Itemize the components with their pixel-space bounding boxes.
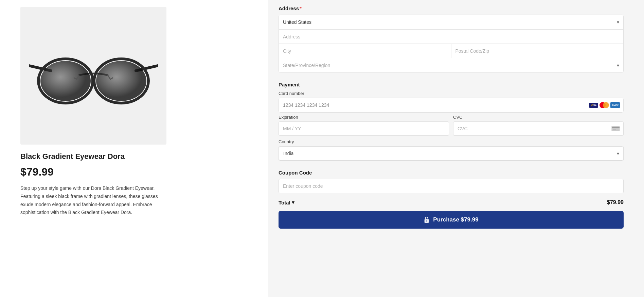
- total-chevron-icon[interactable]: ▾: [292, 199, 294, 205]
- city-zip-row: [279, 44, 623, 58]
- card-number-group: Card number VISA AMEX: [279, 91, 624, 113]
- svg-rect-6: [612, 126, 620, 131]
- product-price: $79.99: [20, 166, 54, 178]
- expiry-input[interactable]: [279, 121, 449, 136]
- address-section: Address* United States Canada United Kin…: [279, 3, 624, 73]
- total-amount: $79.99: [607, 199, 624, 205]
- cvc-group: CVC: [453, 115, 624, 136]
- right-panel: Address* United States Canada United Kin…: [268, 0, 644, 297]
- svg-point-10: [426, 220, 427, 221]
- payment-section: Payment Card number VISA: [279, 80, 624, 163]
- total-row: Total ▾ $79.99: [279, 199, 624, 205]
- card-block: VISA AMEX: [279, 98, 624, 113]
- cvc-card-icon: [611, 126, 620, 131]
- payment-label: Payment: [279, 82, 624, 87]
- state-select[interactable]: State/Province/Region California New Yor…: [279, 58, 623, 72]
- card-icons: VISA AMEX: [589, 102, 620, 108]
- zip-input[interactable]: [451, 44, 624, 58]
- product-name: Black Gradient Eyewear Dora: [20, 152, 125, 161]
- expiry-group: Expiration: [279, 115, 449, 136]
- product-image: [20, 7, 166, 145]
- required-star: *: [300, 5, 302, 11]
- expiry-cvc-row: Expiration CVC: [279, 115, 624, 136]
- country-select-wrapper: United States Canada United Kingdom Indi…: [279, 15, 623, 30]
- coupon-section: Coupon Code: [279, 168, 624, 193]
- payment-country-label: Country: [279, 139, 624, 144]
- address-input[interactable]: [279, 30, 623, 44]
- total-label: Total ▾: [279, 199, 294, 205]
- page-wrapper: Black Gradient Eyewear Dora $79.99 Step …: [0, 0, 644, 297]
- payment-country-wrapper: India United States United Kingdom Canad…: [279, 146, 624, 161]
- amex-icon: AMEX: [610, 102, 620, 108]
- lock-icon: [424, 216, 430, 223]
- purchase-button[interactable]: Purchase $79.99: [279, 211, 624, 229]
- svg-point-5: [96, 61, 146, 101]
- country-select[interactable]: United States Canada United Kingdom Indi…: [279, 15, 623, 29]
- cvc-label: CVC: [453, 115, 624, 120]
- cvc-wrapper: [453, 121, 624, 136]
- coupon-label: Coupon Code: [279, 170, 624, 176]
- coupon-input[interactable]: [279, 179, 624, 193]
- state-select-wrapper: State/Province/Region California New Yor…: [279, 58, 623, 72]
- expiry-label: Expiration: [279, 115, 449, 120]
- mastercard-icon: [600, 102, 609, 108]
- city-input[interactable]: [279, 44, 451, 58]
- sunglasses-illustration: [29, 42, 158, 110]
- svg-point-4: [40, 61, 91, 101]
- card-number-label: Card number: [279, 91, 624, 96]
- left-panel: Black Gradient Eyewear Dora $79.99 Step …: [0, 0, 268, 297]
- product-description: Step up your style game with our Dora Bl…: [20, 184, 166, 217]
- visa-icon: VISA: [589, 103, 598, 108]
- address-label: Address*: [279, 5, 624, 11]
- card-number-input[interactable]: [279, 98, 623, 112]
- card-number-row: VISA AMEX: [279, 98, 623, 112]
- payment-country-select[interactable]: India United States United Kingdom Canad…: [279, 146, 623, 161]
- cvc-input[interactable]: [453, 121, 624, 136]
- address-block: United States Canada United Kingdom Indi…: [279, 15, 624, 73]
- svg-rect-7: [612, 127, 620, 128]
- payment-country-group: Country India United States United Kingd…: [279, 139, 624, 161]
- svg-rect-8: [613, 129, 616, 130]
